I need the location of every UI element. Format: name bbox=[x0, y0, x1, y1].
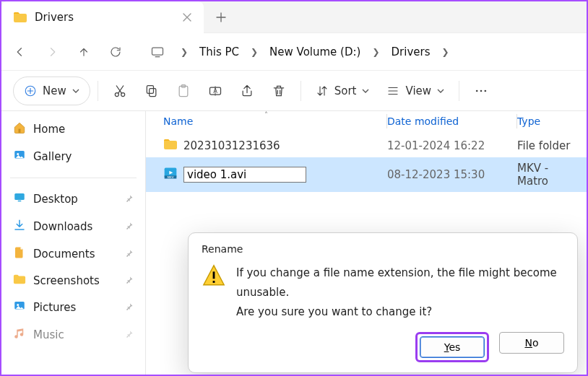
rename-confirm-dialog: Rename If you change a file name extensi… bbox=[188, 232, 578, 373]
sidebar-item-pictures[interactable]: Pictures bbox=[1, 294, 145, 321]
column-label: Date modified bbox=[387, 115, 459, 127]
music-icon bbox=[13, 327, 26, 343]
new-tab-button[interactable] bbox=[207, 3, 235, 32]
view-button[interactable]: View bbox=[379, 76, 451, 105]
tab-bar: Drivers bbox=[1, 1, 587, 33]
pin-icon bbox=[125, 301, 134, 314]
svg-rect-23 bbox=[213, 271, 215, 279]
separator bbox=[459, 81, 459, 101]
sidebar-item-label: Home bbox=[33, 123, 65, 136]
separator bbox=[98, 81, 98, 101]
refresh-button[interactable] bbox=[101, 38, 130, 66]
warning-icon bbox=[202, 263, 226, 291]
up-button[interactable] bbox=[69, 38, 98, 66]
location-icon[interactable] bbox=[143, 38, 172, 66]
svg-rect-0 bbox=[152, 48, 163, 55]
svg-point-15 bbox=[17, 153, 19, 155]
chevron-right-icon[interactable]: ❯ bbox=[438, 47, 451, 57]
file-row[interactable]: MKV 08-12-2023 15:30 MKV - Matro bbox=[146, 157, 587, 192]
file-row[interactable]: 20231031231636 12-01-2024 16:22 File fol… bbox=[146, 134, 587, 157]
new-button[interactable]: New bbox=[13, 76, 90, 105]
sort-label: Sort bbox=[334, 84, 357, 97]
sidebar-item-label: Desktop bbox=[33, 193, 78, 206]
paste-button[interactable] bbox=[169, 76, 198, 105]
pictures-icon bbox=[13, 300, 26, 315]
svg-rect-5 bbox=[147, 85, 153, 93]
file-name: 20231031231636 bbox=[183, 139, 280, 152]
sidebar-item-documents[interactable]: Documents bbox=[1, 240, 145, 268]
dialog-title: Rename bbox=[202, 243, 564, 255]
svg-point-11 bbox=[480, 89, 483, 92]
delete-button[interactable] bbox=[264, 76, 293, 105]
tab-title: Drivers bbox=[35, 11, 175, 24]
yes-button[interactable]: Yes bbox=[420, 336, 485, 358]
no-button[interactable]: No bbox=[499, 332, 564, 354]
chevron-right-icon[interactable]: ❯ bbox=[178, 47, 191, 57]
chevron-right-icon[interactable]: ❯ bbox=[248, 47, 261, 57]
home-icon bbox=[13, 121, 26, 137]
close-icon[interactable] bbox=[182, 12, 192, 22]
breadcrumb-this-pc[interactable]: This PC bbox=[192, 41, 246, 63]
back-button[interactable] bbox=[6, 38, 35, 66]
chevron-right-icon[interactable]: ❯ bbox=[369, 47, 382, 57]
svg-rect-4 bbox=[149, 88, 155, 96]
copy-button[interactable] bbox=[137, 76, 166, 105]
rename-input[interactable] bbox=[183, 167, 306, 183]
pin-icon bbox=[125, 274, 134, 287]
column-label: Name bbox=[163, 115, 193, 127]
desktop-icon bbox=[13, 191, 26, 207]
view-label: View bbox=[405, 84, 431, 97]
forward-button[interactable] bbox=[38, 38, 66, 66]
svg-point-10 bbox=[476, 89, 478, 92]
folder-icon bbox=[13, 274, 26, 288]
sidebar-item-desktop[interactable]: Desktop bbox=[1, 185, 145, 213]
sidebar-item-label: Music bbox=[33, 328, 64, 341]
column-type[interactable]: Type bbox=[517, 115, 579, 127]
cut-button[interactable] bbox=[105, 76, 134, 105]
sort-button[interactable]: Sort bbox=[308, 76, 377, 105]
separator bbox=[301, 81, 301, 101]
toolbar: New A Sort View bbox=[1, 71, 587, 111]
dialog-prompt: Are you sure you want to change it? bbox=[236, 302, 564, 322]
sidebar-item-downloads[interactable]: Downloads bbox=[1, 213, 145, 240]
sidebar-item-label: Downloads bbox=[33, 220, 92, 233]
share-button[interactable] bbox=[233, 76, 261, 105]
breadcrumb-volume[interactable]: New Volume (D:) bbox=[262, 41, 368, 63]
dialog-message: If you change a file name extension, the… bbox=[236, 263, 564, 302]
explorer-window: Drivers ❯ This PC ❯ New Vo bbox=[0, 0, 588, 376]
sidebar-item-label: Documents bbox=[33, 248, 95, 261]
folder-icon bbox=[13, 12, 27, 23]
svg-point-19 bbox=[17, 304, 19, 306]
folder-icon bbox=[163, 139, 178, 153]
svg-rect-17 bbox=[18, 201, 22, 202]
file-type: MKV - Matro bbox=[517, 162, 579, 188]
separator bbox=[10, 178, 137, 178]
pin-icon bbox=[125, 328, 134, 341]
file-date: 08-12-2023 15:30 bbox=[387, 168, 517, 181]
sidebar-item-music[interactable]: Music bbox=[1, 321, 145, 349]
video-mkv-icon: MKV bbox=[163, 166, 178, 183]
new-label: New bbox=[43, 84, 66, 97]
sidebar-item-screenshots[interactable]: Screenshots bbox=[1, 268, 145, 294]
chevron-down-icon bbox=[362, 87, 369, 95]
pin-icon bbox=[125, 193, 134, 206]
sidebar-item-label: Screenshots bbox=[33, 274, 100, 287]
yes-highlight: Yes bbox=[415, 332, 489, 362]
sidebar-item-home[interactable]: Home bbox=[1, 115, 145, 143]
breadcrumb-drivers[interactable]: Drivers bbox=[384, 41, 438, 63]
rename-button[interactable]: A bbox=[201, 76, 230, 105]
column-label: Type bbox=[517, 115, 540, 127]
svg-rect-24 bbox=[213, 281, 215, 283]
pin-icon bbox=[125, 248, 134, 261]
navigation-bar: ❯ This PC ❯ New Volume (D:) ❯ Drivers ❯ bbox=[1, 33, 587, 71]
column-headers: Name ˄ Date modified Type bbox=[146, 111, 587, 134]
chevron-down-icon bbox=[437, 87, 444, 95]
svg-rect-16 bbox=[14, 193, 25, 200]
more-button[interactable] bbox=[467, 76, 496, 105]
tab-drivers[interactable]: Drivers bbox=[1, 1, 204, 33]
sidebar-item-gallery[interactable]: Gallery bbox=[1, 143, 145, 170]
documents-icon bbox=[13, 246, 26, 262]
file-type: File folder bbox=[517, 139, 579, 152]
column-date[interactable]: Date modified bbox=[387, 115, 517, 127]
column-name[interactable]: Name ˄ bbox=[163, 115, 387, 127]
